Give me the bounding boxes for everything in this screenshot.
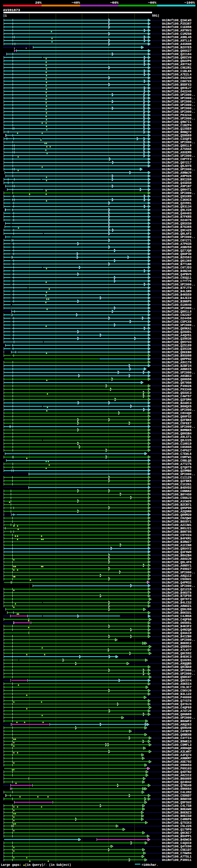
svg-text:UniRef100_B6SJ21: UniRef100_B6SJ21 <box>162 527 192 530</box>
svg-text:UniRef100_B8BQ72: UniRef100_B8BQ72 <box>162 130 192 134</box>
svg-text:20%: 20% <box>35 1 41 5</box>
svg-text:UniRef100_C5XGU1: UniRef100_C5XGU1 <box>162 578 192 581</box>
svg-text:UniRef100_C4M6P6: UniRef100_C4M6P6 <box>162 818 192 821</box>
svg-text:UniRef100_O18640: UniRef100_O18640 <box>162 303 192 307</box>
svg-text:UniRef100_Q6BKH8: UniRef100_Q6BKH8 <box>162 733 192 737</box>
svg-text:UniRef100_A9RL45: UniRef100_A9RL45 <box>162 36 192 39</box>
svg-text:UniRef100_UPI000..: UniRef100_UPI000.. <box>162 191 195 195</box>
svg-text:UniRef100_Q9SXS0: UniRef100_Q9SXS0 <box>162 222 192 225</box>
svg-text:UniRef100_Q39336: UniRef100_Q39336 <box>162 347 192 351</box>
svg-text:UniRef100_C5KVJ9: UniRef100_C5KVJ9 <box>162 689 192 692</box>
svg-text:UniRef100_Q10281: UniRef100_Q10281 <box>162 659 192 662</box>
svg-text:UniRef100_C4QP68: UniRef100_C4QP68 <box>162 618 192 621</box>
svg-text:UniRef100_UPI000..: UniRef100_UPI000.. <box>162 408 195 412</box>
svg-text:UniRef100_B6AH09: UniRef100_B6AH09 <box>162 777 192 780</box>
svg-text:UniRef100_C5DGD7: UniRef100_C5DGD7 <box>162 794 192 798</box>
svg-text:UniRef100_A7E2L4: UniRef100_A7E2L4 <box>162 73 192 76</box>
svg-text:UniRef100_O24076: UniRef100_O24076 <box>162 219 192 222</box>
svg-text:UniRef100_B4LSR9: UniRef100_B4LSR9 <box>162 290 192 293</box>
svg-text:UniRef100_B5DFX3: UniRef100_B5DFX3 <box>162 83 192 87</box>
svg-text:UniRef100_Q1XGE0: UniRef100_Q1XGE0 <box>162 127 192 130</box>
svg-text:UniRef100_C8BLQ5: UniRef100_C8BLQ5 <box>162 459 192 463</box>
svg-text:UniRef100_A7S9A5: UniRef100_A7S9A5 <box>162 148 192 151</box>
svg-text:UniRef100_A6SBS3: UniRef100_A6SBS3 <box>162 374 192 378</box>
svg-text:UniRef100_A3LWH7: UniRef100_A3LWH7 <box>162 750 192 753</box>
svg-text:UniRef100_Q4UA19: UniRef100_Q4UA19 <box>162 631 192 635</box>
svg-text:UniRef100_Q39836: UniRef100_Q39836 <box>162 337 192 341</box>
svg-text:UniRef100_B5VPP1: UniRef100_B5VPP1 <box>162 835 192 838</box>
svg-text:UniRef100_Q6CNI7: UniRef100_Q6CNI7 <box>162 831 192 835</box>
svg-text:UniRef100_C3XQF5: UniRef100_C3XQF5 <box>162 137 192 141</box>
svg-text:UniRef100_P49026: UniRef100_P49026 <box>162 384 192 388</box>
svg-text:UniRef100_Q5DD54: UniRef100_Q5DD54 <box>162 645 192 648</box>
svg-text:UniRef100_UPI000..: UniRef100_UPI000.. <box>162 473 195 476</box>
svg-text:UniRef100_O24456: UniRef100_O24456 <box>162 317 192 320</box>
svg-text:UniRef100_A9NWJ9: UniRef100_A9NWJ9 <box>162 171 192 175</box>
svg-text:UniRef100_Q56J80: UniRef100_Q56J80 <box>162 608 192 611</box>
svg-text:UniRef100_B8AWF2: UniRef100_B8AWF2 <box>162 720 192 723</box>
svg-text:UniRef100_UPI000..: UniRef100_UPI000.. <box>162 716 195 720</box>
svg-text:UniRef100_A5E792: UniRef100_A5E792 <box>162 760 192 764</box>
svg-text:UniRef100_A6N9Y1: UniRef100_A6N9Y1 <box>162 564 192 567</box>
svg-text:UniRef100_C4YTI4: UniRef100_C4YTI4 <box>162 737 192 740</box>
svg-text:UniRef100_B4IZB0: UniRef100_B4IZB0 <box>162 635 192 638</box>
svg-text:UniRef100_Q0UP30: UniRef100_Q0UP30 <box>162 252 192 256</box>
svg-text:UniRef100_Q4PBV5: UniRef100_Q4PBV5 <box>162 273 192 276</box>
svg-text:UniRef100_Q7YST8: UniRef100_Q7YST8 <box>162 699 192 703</box>
svg-text:UniRef100_Q4Y0J3: UniRef100_Q4Y0J3 <box>162 703 192 706</box>
svg-text:UniRef100_P25387: UniRef100_P25387 <box>162 22 192 26</box>
svg-text:UniRef100_B4LCS2: UniRef100_B4LCS2 <box>162 601 192 604</box>
svg-text:UniRef100_A9LST1: UniRef100_A9LST1 <box>162 435 192 439</box>
svg-text:UniRef100_C0PTF3: UniRef100_C0PTF3 <box>162 158 192 161</box>
svg-text:UniRef100_C0H7X9: UniRef100_C0H7X9 <box>162 80 192 83</box>
svg-text:UniRef100_UPI000..: UniRef100_UPI000.. <box>162 154 195 158</box>
svg-text:UniRef100_C3KHC5: UniRef100_C3KHC5 <box>162 198 192 202</box>
svg-text:UniRef100_C5MTW1: UniRef100_C5MTW1 <box>162 456 192 459</box>
svg-text:UniRef100_Q8IBA0: UniRef100_Q8IBA0 <box>162 665 192 669</box>
svg-text:UniRef100_Q60FS2: UniRef100_Q60FS2 <box>162 415 192 418</box>
svg-text:UniRef100_B2BF24: UniRef100_B2BF24 <box>162 364 192 368</box>
svg-text:UniRef100_Q9SXR9: UniRef100_Q9SXR9 <box>162 195 192 198</box>
svg-text:UniRef100_Q5XUC3: UniRef100_Q5XUC3 <box>162 391 192 395</box>
svg-text:UniRef100_P63244: UniRef100_P63244 <box>162 114 192 117</box>
svg-text:UniRef100_A8N6I5: UniRef100_A8N6I5 <box>162 368 192 371</box>
svg-text:UniRef100_B6K8C2: UniRef100_B6K8C2 <box>162 642 192 645</box>
svg-text:UniRef100_Q4YX90: UniRef100_Q4YX90 <box>162 845 192 848</box>
svg-text:UniRef100_B0ENZ3: UniRef100_B0ENZ3 <box>162 811 192 814</box>
svg-text:UniRef100_B9SU88: UniRef100_B9SU88 <box>162 354 192 358</box>
svg-text:UniRef100_Q2GUD1: UniRef100_Q2GUD1 <box>162 331 192 334</box>
svg-text:UniRef100_B4FKM1: UniRef100_B4FKM1 <box>162 537 192 540</box>
svg-text:UniRef100_C1E856: UniRef100_C1E856 <box>162 26 192 29</box>
svg-text:UniRef100_C8YZ71: UniRef100_C8YZ71 <box>162 239 192 242</box>
svg-text:UniRef100_Q6J0Y5: UniRef100_Q6J0Y5 <box>162 164 192 168</box>
svg-text:UniRef100_Q59S46: UniRef100_Q59S46 <box>162 726 192 730</box>
svg-text:|1: |1 <box>3 14 7 18</box>
svg-text:UniRef100_Q9LV28: UniRef100_Q9LV28 <box>162 209 192 212</box>
svg-text:UniRef100_UPI000..: UniRef100_UPI000.. <box>162 97 195 100</box>
svg-text:UniRef100_Q86M20: UniRef100_Q86M20 <box>162 513 192 517</box>
svg-text:UniRef100_B2CNY1: UniRef100_B2CNY1 <box>162 503 192 506</box>
svg-text:UniRef100_UPI000..: UniRef100_UPI000.. <box>162 141 195 144</box>
svg-text:UniRef100_A9YTA2: UniRef100_A9YTA2 <box>162 63 192 66</box>
svg-text:UniRef100_Q5DCH7: UniRef100_Q5DCH7 <box>162 676 192 679</box>
svg-text:UniRef100_O65851: UniRef100_O65851 <box>162 621 192 625</box>
svg-text:UniRef100_C4YBT9: UniRef100_C4YBT9 <box>162 730 192 733</box>
svg-text:UniRef100_P69103: UniRef100_P69103 <box>162 767 192 770</box>
svg-text:UniRef100_P93340: UniRef100_P93340 <box>162 388 192 391</box>
svg-text:UniRef100_C5L3C7: UniRef100_C5L3C7 <box>162 686 192 689</box>
svg-text:UniRef100_B3RW27: UniRef100_B3RW27 <box>162 540 192 544</box>
svg-text:UniRef100_UPI000..: UniRef100_UPI000.. <box>162 103 195 107</box>
svg-text:UniRef100_C5L225: UniRef100_C5L225 <box>162 825 192 828</box>
svg-text:UniRef100_A7LH77: UniRef100_A7LH77 <box>162 648 192 652</box>
svg-text:UniRef100_Q8LAF2: UniRef100_Q8LAF2 <box>162 232 192 236</box>
svg-text:UniRef100_Q8T6T3: UniRef100_Q8T6T3 <box>162 598 192 601</box>
svg-text:UniRef100_C1H819: UniRef100_C1H819 <box>162 442 192 445</box>
svg-text:AV391873: AV391873 <box>3 8 20 12</box>
svg-text:UniRef100_UPI000..: UniRef100_UPI000.. <box>162 100 195 103</box>
svg-text:UniRef100_Q9W7I1: UniRef100_Q9W7I1 <box>162 120 192 124</box>
svg-text:UniRef100_C9E2R1: UniRef100_C9E2R1 <box>162 66 192 70</box>
svg-text:UniRef100_Q25189: UniRef100_Q25189 <box>162 344 192 347</box>
svg-text:UniRef100_Q864T1: UniRef100_Q864T1 <box>162 188 192 191</box>
svg-text:UniRef100_B2XYE5: UniRef100_B2XYE5 <box>162 46 192 49</box>
svg-text:UniRef100_C9SQ11: UniRef100_C9SQ11 <box>162 276 192 280</box>
